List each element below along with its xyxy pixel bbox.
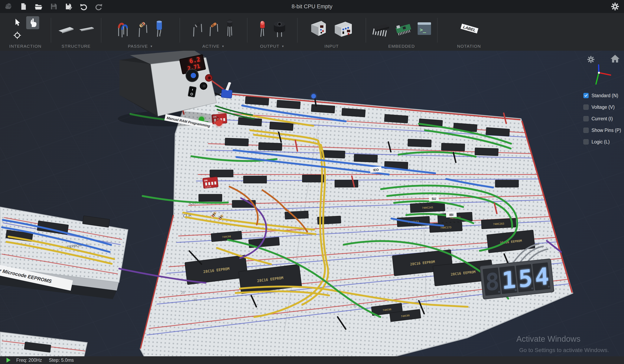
component-bench-supply-button[interactable] <box>333 19 354 38</box>
checkbox-voltage[interactable] <box>583 105 589 110</box>
component-rail-button[interactable] <box>78 23 95 35</box>
gizmo-x-axis <box>599 73 611 75</box>
terminal-prompt-glyph: >_ <box>420 27 426 33</box>
component-diode-button[interactable] <box>191 20 205 38</box>
app-window: { "title_bar": { "title": "8-bit CPU Emp… <box>0 0 624 364</box>
play-simulation-icon[interactable] <box>6 358 11 363</box>
chevron-down-icon[interactable]: ▼ <box>222 45 225 48</box>
segment-digit-ghost: 8 <box>485 267 500 296</box>
segment-digit-3: 4 <box>534 262 549 291</box>
component-resistor-button[interactable] <box>136 20 150 38</box>
step-readout: Step: 5.0ms <box>49 358 74 363</box>
gizmo-origin-cube <box>598 72 600 74</box>
view-option-standard[interactable]: Standard (N) <box>583 93 621 98</box>
component-terminal-button[interactable]: >_ <box>416 21 432 36</box>
new-file-button[interactable] <box>19 2 28 11</box>
chevron-down-icon[interactable]: ▼ <box>281 45 284 48</box>
chip-74hc173: 74HC173 <box>429 222 462 232</box>
component-jumper-wire-button[interactable] <box>116 20 133 38</box>
checkbox-current[interactable] <box>583 116 589 121</box>
hand-tool-button[interactable] <box>26 16 39 29</box>
component-capacitor-button[interactable] <box>153 19 165 38</box>
orientation-gizmo[interactable] <box>581 59 622 90</box>
checkbox-standard[interactable] <box>583 93 589 98</box>
gizmo-z-axis <box>598 65 599 73</box>
group-label-interaction: INTERACTION <box>9 44 42 49</box>
component-transistor-button[interactable] <box>224 19 236 38</box>
save-button[interactable] <box>49 2 58 11</box>
focus-tool-button[interactable] <box>12 30 23 41</box>
view-option-current[interactable]: Current (I) <box>583 116 621 121</box>
save-as-button[interactable] <box>64 2 74 11</box>
toolbar-group-embedded: >_ EMBEDDED <box>366 13 437 51</box>
component-power-supply-button[interactable] <box>310 19 330 38</box>
frequency-readout: Freq: 200Hz <box>16 358 42 363</box>
segment-digit-1: 1 <box>501 266 516 295</box>
toolbar-group-input: INPUT <box>298 13 366 51</box>
group-label-input: INPUT <box>324 44 339 49</box>
group-label-output[interactable]: OUTPUT <box>260 44 279 49</box>
toolbar-group-output: OUTPUT▼ <box>247 13 297 51</box>
group-label-notation: NOTATION <box>457 44 481 49</box>
su-label: SU <box>431 197 436 201</box>
toolbar-group-notation: LABEL NOTATION <box>438 13 500 51</box>
undo-button[interactable] <box>79 2 89 11</box>
svg-text:74HC283: 74HC283 <box>493 222 504 226</box>
title-bar: 8-bit CPU Empty <box>0 0 624 13</box>
segment-digit-2: 5 <box>518 264 533 293</box>
component-led-button[interactable] <box>257 19 268 38</box>
checkbox-show-pins[interactable] <box>583 128 589 133</box>
ibi-label: IBI <box>449 213 453 216</box>
app-logo-icon <box>4 2 13 11</box>
svg-text:25: 25 <box>181 291 185 295</box>
3d-viewport[interactable]: -------EEPROM------- <box>0 51 624 356</box>
simulation-status-text: Freq: 200HzStep: 5.0ms <box>16 358 81 363</box>
toolbar-group-passive: PASSIVE▼ <box>101 13 180 51</box>
status-bar: Freq: 200HzStep: 5.0ms <box>0 356 624 364</box>
group-label-active[interactable]: ACTIVE <box>202 44 220 49</box>
toolbar-group-structure: STRUCTURE <box>51 13 101 51</box>
svg-text:74HC245: 74HC245 <box>422 206 433 210</box>
component-label-button[interactable]: LABEL <box>457 21 481 37</box>
group-label-embedded: EMBEDDED <box>388 44 415 49</box>
circuit-scene[interactable]: -------EEPROM------- <box>0 51 624 356</box>
settings-gear-icon[interactable] <box>610 2 620 11</box>
checkbox-logic[interactable] <box>583 139 589 144</box>
redo-button[interactable] <box>94 2 104 11</box>
group-label-passive[interactable]: PASSIVE <box>128 44 148 49</box>
open-file-button[interactable] <box>34 2 44 11</box>
view-options-panel: Standard (N) Voltage (V) Current (I) Sho… <box>583 93 621 144</box>
component-microcontroller-button[interactable] <box>393 20 414 38</box>
component-breadboard-button[interactable] <box>57 23 75 35</box>
window-title: 8-bit CPU Empty <box>291 3 332 10</box>
view-option-voltage[interactable]: Voltage (V) <box>583 105 621 110</box>
chip-74hc245: 74HC245 <box>410 202 445 213</box>
view-option-logic[interactable]: Logic (L) <box>583 139 621 144</box>
dip-switch[interactable]: ON 1 2 3 4 <box>203 177 218 188</box>
psu-power-switch[interactable] <box>188 86 196 97</box>
component-ic-chip-button[interactable] <box>371 20 390 37</box>
component-signal-diode-button[interactable] <box>208 20 221 38</box>
component-buzzer-button[interactable] <box>271 19 288 38</box>
blue-led[interactable] <box>312 94 316 98</box>
toolbar-group-interaction: INTERACTION <box>0 13 51 51</box>
seven-segment-display[interactable]: 8 1 5 4 <box>480 259 554 299</box>
chevron-down-icon[interactable]: ▼ <box>150 45 153 48</box>
cursor-tool-button[interactable] <box>12 17 23 28</box>
group-label-structure: STRUCTURE <box>62 44 91 49</box>
dip-on-label: ON <box>204 179 208 182</box>
gizmo-y-axis <box>596 73 599 84</box>
toolbar-group-active: ACTIVE▼ <box>180 13 247 51</box>
svg-text:30: 30 <box>193 298 197 302</box>
ieo-label: !EO <box>373 168 379 172</box>
view-option-show-pins[interactable]: Show Pins (P) <box>583 128 621 133</box>
component-toolbar: INTERACTION STRUCTURE PASSIVE▼ <box>0 13 624 51</box>
